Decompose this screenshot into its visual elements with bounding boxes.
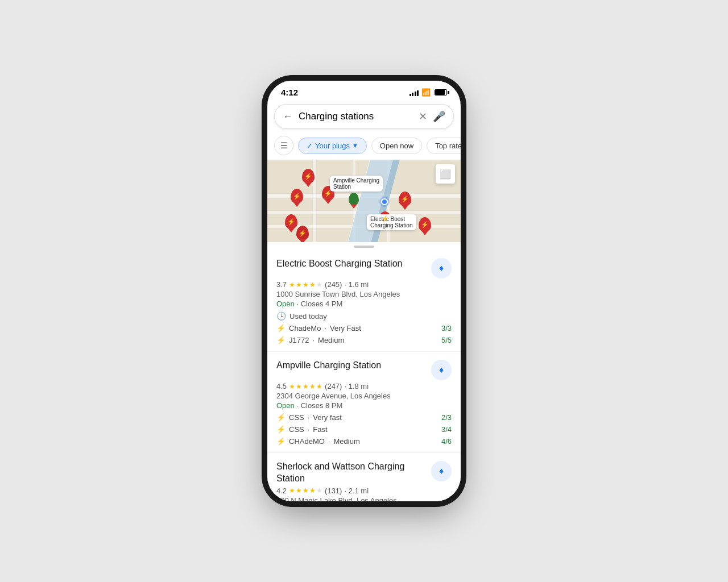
charger-avail-1-0: 3/3 — [441, 324, 452, 332]
map-pin-1[interactable]: ⚡ — [301, 168, 315, 184]
layers-icon: ⬜ — [440, 169, 451, 180]
results-list: Electric Boost Charging Station ♦ 3.7 ★ … — [267, 250, 461, 501]
battery-icon — [435, 89, 447, 95]
map-label-electric-boost-text: Electric BoostCharging Station — [370, 216, 413, 228]
search-input[interactable]: Charging stations — [299, 111, 413, 122]
directions-icon-2: ♦ — [439, 365, 444, 375]
card-header-1: Electric Boost Charging Station ♦ — [276, 258, 452, 278]
address-2: 2304 George Avenue, Los Angeles — [276, 392, 452, 400]
charger-type-1-1: J1772 — [289, 336, 309, 344]
address-3: 200 N Magic Lake Blvd, Los Angeles — [276, 496, 452, 501]
pin-shape-green — [349, 193, 359, 205]
filter-chip-your-plugs[interactable]: ✓ Your plugs ▼ — [298, 138, 367, 154]
battery-fill — [435, 90, 445, 95]
charger-avail-2-2: 4/6 — [441, 437, 452, 446]
charger-type-1-0: ChadeMo — [289, 324, 321, 332]
search-bar[interactable]: ← Charging stations ✕ 🎤 — [274, 104, 454, 129]
map-pin-5[interactable]: ⚡ — [296, 225, 309, 241]
filter-options-button[interactable]: ☰ — [274, 136, 293, 155]
star-3-2: ★ — [296, 487, 302, 494]
charger-dot-1-1: · — [312, 336, 315, 344]
star-2-3: ★ — [303, 383, 309, 390]
bolt-pin-icon-3: ⚡ — [324, 190, 332, 197]
back-button[interactable]: ← — [283, 111, 293, 123]
bolt-icon-2-0: ⚡ — [276, 413, 286, 422]
clear-search-button[interactable]: ✕ — [419, 110, 427, 123]
bolt-pin-icon-2: ⚡ — [293, 193, 301, 200]
charger-left-2-0: ⚡ CSS · Very fast — [276, 413, 342, 422]
star-2-5: ★ — [316, 383, 322, 390]
filter-chip-top-rated-label: Top rated — [435, 142, 461, 150]
distance-3: · 2.1 mi — [344, 487, 369, 495]
open-label-1: Open — [276, 300, 295, 308]
station-card-electric-boost[interactable]: Electric Boost Charging Station ♦ 3.7 ★ … — [267, 250, 461, 352]
rating-row-3: 4.2 ★ ★ ★ ★ ★ (131) · 2.1 mi — [276, 487, 452, 495]
pin-shape-1: ⚡ — [302, 169, 315, 184]
address-1: 1000 Sunrise Town Blvd, Los Angeles — [276, 290, 452, 298]
charger-speed-1-0: Very Fast — [330, 324, 361, 332]
map-pin-8[interactable]: ⚡ — [418, 217, 432, 232]
star-1-3: ★ — [303, 281, 309, 289]
distance-2: · 1.8 mi — [344, 382, 369, 390]
review-count-2: (247) — [325, 382, 342, 390]
charger-type-2-1: CSS — [289, 425, 304, 434]
charger-speed-2-1: Fast — [313, 425, 327, 434]
charger-avail-2-1: 3/4 — [441, 425, 452, 434]
bolt-pin-icon-4: ⚡ — [287, 218, 295, 226]
filter-chip-top-rated[interactable]: Top rated — [427, 138, 461, 154]
station-name-1: Electric Boost Charging Station — [276, 258, 431, 270]
bolt-icon-1-0: ⚡ — [276, 324, 286, 332]
clock-icon-1: 🕒 — [276, 311, 286, 321]
map-pin-2[interactable]: ⚡ — [290, 188, 304, 204]
map-layers-button[interactable]: ⬜ — [436, 164, 455, 184]
bolt-icon-2-2: ⚡ — [276, 437, 286, 446]
rating-row-2: 4.5 ★ ★ ★ ★ ★ (247) · 1.8 mi — [276, 382, 452, 390]
station-card-sherlock[interactable]: Sherlock and Wattson Charging Station ♦ … — [267, 453, 461, 501]
pin-shape-8: ⚡ — [419, 217, 431, 232]
star-1-4: ★ — [309, 281, 316, 289]
status-icons: 📶 — [410, 88, 448, 97]
star-3-3: ★ — [303, 487, 309, 494]
pin-shape-7: ⚡ — [399, 192, 411, 206]
star-2-1: ★ — [289, 383, 295, 390]
directions-button-1[interactable]: ♦ — [431, 258, 452, 278]
charger-row-2-1: ⚡ CSS · Fast 3/4 — [276, 425, 452, 434]
star-1-5: ★ — [316, 281, 322, 289]
directions-button-3[interactable]: ♦ — [431, 461, 452, 481]
filter-chip-open-now[interactable]: Open now — [371, 138, 422, 154]
star-3-4: ★ — [309, 487, 316, 494]
station-card-ampville[interactable]: Ampville Charging Station ♦ 4.5 ★ ★ ★ ★ … — [267, 352, 461, 453]
map-pin-green[interactable] — [347, 191, 361, 207]
charger-row-1-1: ⚡ J1772 · Medium 5/5 — [276, 336, 452, 344]
filter-chip-label: Your plugs — [315, 142, 350, 150]
charger-left-2-2: ⚡ CHAdeMO · Medium — [276, 437, 360, 446]
map-container[interactable]: ⚡ ⚡ ⚡ ⚡ ⚡ ⚡ ⚡ ⚡ — [267, 160, 461, 242]
charger-speed-1-1: Medium — [318, 336, 344, 344]
status-time: 4:12 — [281, 88, 298, 97]
phone-frame: 4:12 📶 ← Charging stations ✕ 🎤 ☰ ✓ Your — [267, 81, 461, 501]
user-location-dot — [381, 198, 388, 205]
charger-left-1-1: ⚡ J1772 · Medium — [276, 336, 344, 344]
voice-search-button[interactable]: 🎤 — [433, 110, 445, 123]
map-pin-7[interactable]: ⚡ — [398, 191, 412, 207]
filter-chip-open-now-label: Open now — [380, 142, 413, 150]
bolt-icon-1-1: ⚡ — [276, 336, 286, 344]
open-label-2: Open — [276, 401, 295, 410]
bolt-pin-icon-5: ⚡ — [299, 230, 307, 237]
station-name-3: Sherlock and Wattson Charging Station — [276, 461, 431, 485]
charger-row-2-0: ⚡ CSS · Very fast 2/3 — [276, 413, 452, 422]
review-count-1: (245) — [325, 280, 342, 289]
sliders-icon: ☰ — [280, 141, 288, 150]
directions-button-2[interactable]: ♦ — [431, 360, 452, 380]
charger-type-2-2: CHAdeMO — [289, 437, 325, 446]
star-1-2: ★ — [296, 281, 302, 289]
open-status-2: Open · Closes 8 PM — [276, 401, 452, 410]
filter-row: ☰ ✓ Your plugs ▼ Open now Top rated — [267, 134, 461, 160]
charger-avail-1-1: 5/5 — [441, 336, 452, 344]
card-header-2: Ampville Charging Station ♦ — [276, 360, 452, 380]
distance-1: · 1.6 mi — [344, 280, 369, 289]
star-3-1: ★ — [289, 487, 295, 494]
signal-bar-4 — [417, 90, 419, 96]
stars-2: ★ ★ ★ ★ ★ — [289, 383, 322, 390]
drag-handle[interactable] — [354, 246, 374, 248]
